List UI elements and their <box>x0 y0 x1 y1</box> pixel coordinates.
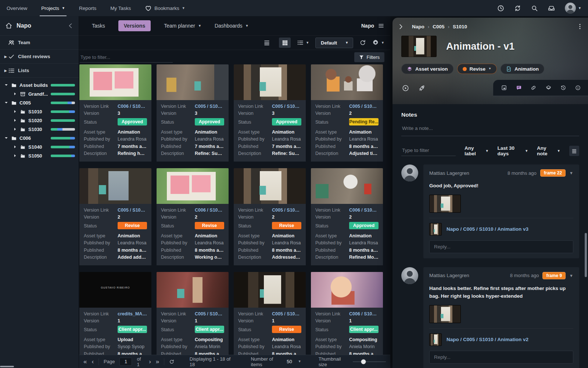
first-page-button[interactable]: « <box>83 358 87 365</box>
status-pill[interactable]: Revise <box>272 326 301 333</box>
expand-chevron-icon[interactable] <box>4 136 10 140</box>
version-link[interactable]: C005 / S1010 /... <box>195 311 224 316</box>
status-pill[interactable]: Approved <box>118 118 147 125</box>
expand-chevron-icon[interactable] <box>13 110 18 113</box>
inbox-icon[interactable] <box>548 5 555 12</box>
version-card[interactable]: Version LinkC005 / S1010 /... Version2 S… <box>79 168 151 265</box>
thumbnail-size-slider[interactable] <box>353 361 386 362</box>
note-author[interactable]: Mattias Lagergren <box>429 170 469 176</box>
collapse-note-chevron-icon[interactable]: ▼ <box>569 171 573 175</box>
version-thumbnail[interactable] <box>234 168 306 204</box>
status-pill[interactable]: Approved <box>349 222 379 229</box>
expand-chevron-icon[interactable] <box>13 154 18 158</box>
project-switcher[interactable]: Napo <box>361 22 384 29</box>
version-link[interactable]: C006 / S1050 /... <box>118 104 147 109</box>
status-pill[interactable]: Client appr... <box>118 326 147 333</box>
tree-node[interactable]: S1020 <box>0 116 79 125</box>
version-link[interactable]: C005 / S1030 /... <box>349 104 379 109</box>
version-link[interactable]: C005 / S1020 /... <box>195 104 224 109</box>
status-pill[interactable]: Client appr... <box>349 326 379 333</box>
version-card[interactable]: Version LinkC005 / S1010 /... Version1 S… <box>157 272 229 355</box>
collapse-note-chevron-icon[interactable]: ▼ <box>569 273 573 278</box>
settings-menu[interactable]: ▼ <box>372 39 384 46</box>
filters-button[interactable]: Filters <box>354 52 384 62</box>
note-link-thumbnail[interactable] <box>429 223 442 236</box>
slider-knob[interactable] <box>361 359 366 364</box>
play-icon[interactable] <box>402 85 409 92</box>
version-card[interactable]: Version LinkC005 / S1010 /... Version1 S… <box>234 272 306 355</box>
tab-dashboards[interactable]: Dashboards▼ <box>215 23 248 29</box>
collapse-panel-chevron-icon[interactable] <box>398 24 404 30</box>
version-thumbnail[interactable] <box>157 64 229 100</box>
asset-version-badge[interactable]: Asset version <box>401 64 453 74</box>
versions-tab-icon[interactable] <box>501 85 507 91</box>
notes-tab-icon[interactable] <box>516 85 521 91</box>
status-pill[interactable]: Pending Re... <box>349 118 379 125</box>
sidebar-item-client-reviews[interactable]: ▸ Client reviews <box>0 49 79 63</box>
history-tab-icon[interactable] <box>560 85 566 91</box>
sidebar-item-lists[interactable]: ▸ Lists <box>0 63 79 77</box>
date-range-select[interactable]: Last 30 days▼ <box>498 145 528 156</box>
breadcrumb-project[interactable]: Napo <box>412 24 424 29</box>
nav-reports[interactable]: Reports <box>79 0 96 16</box>
refresh-icon[interactable] <box>169 359 175 365</box>
tree-node[interactable]: C005 <box>0 98 79 107</box>
refresh-icon[interactable] <box>359 39 366 46</box>
last-page-button[interactable]: » <box>156 358 159 365</box>
version-thumbnail[interactable] <box>79 168 151 204</box>
notes-list-view-button[interactable] <box>569 146 579 156</box>
version-thumbnail[interactable] <box>311 64 383 100</box>
sidebar-item-team[interactable]: ▸ Team <box>0 35 79 49</box>
version-thumbnail[interactable] <box>234 272 306 308</box>
expand-chevron-icon[interactable] <box>4 83 10 87</box>
expand-chevron-icon[interactable] <box>13 92 18 96</box>
user-menu[interactable]: ▼ <box>565 3 581 14</box>
version-thumbnail[interactable] <box>311 272 383 308</box>
version-card[interactable]: Version LinkC006 / S1050 /... Version2 S… <box>157 168 229 265</box>
collapse-sidebar-icon[interactable] <box>68 23 74 29</box>
version-card[interactable]: Version LinkC006 / S1040 /... Version1 S… <box>311 272 383 355</box>
sync-icon[interactable] <box>514 5 521 12</box>
status-pill[interactable]: Approved <box>195 118 224 125</box>
write-note-input[interactable] <box>401 122 579 136</box>
version-link[interactable]: credits_MASTE... <box>118 311 147 316</box>
version-thumbnail[interactable] <box>157 272 229 308</box>
status-pill[interactable]: Client appr... <box>195 326 224 333</box>
version-card[interactable]: Version LinkC005 / S1020 /... Version3 S… <box>157 64 229 162</box>
status-badge[interactable]: Revise ▼ <box>457 64 497 74</box>
nav-bookmarks[interactable]: Bookmarks▼ <box>145 0 185 16</box>
version-link[interactable]: C006 / S1040 /... <box>349 311 379 316</box>
version-thumbnail[interactable]: GUSTAVO RIBEIRO <box>79 272 151 308</box>
tab-tasks[interactable]: Tasks <box>92 23 105 29</box>
info-tab-icon[interactable] <box>575 85 581 91</box>
previous-page-button[interactable]: ‹ <box>92 358 94 365</box>
task-type-badge[interactable]: Animation <box>501 64 544 74</box>
version-hero-thumbnail[interactable] <box>401 36 437 57</box>
expand-chevron-icon[interactable] <box>13 127 18 131</box>
version-card[interactable]: Version LinkC005 / S1010 /... Version3 S… <box>234 64 306 162</box>
nav-overview[interactable]: Overview <box>7 0 27 16</box>
expand-chevron-icon[interactable] <box>13 145 18 149</box>
items-per-page-select[interactable]: 50 <box>287 359 292 364</box>
version-link[interactable]: C005 / S1020 /... <box>272 208 301 213</box>
avatar[interactable] <box>565 3 576 14</box>
version-card[interactable]: Version LinkC005 / S1020 /... Version2 S… <box>234 168 306 265</box>
version-thumbnail[interactable] <box>157 168 229 204</box>
notes-filter-input[interactable] <box>401 146 456 156</box>
note-attachment-thumbnail[interactable] <box>429 305 461 323</box>
version-link[interactable]: C005 / S1010 /... <box>118 208 147 213</box>
breadcrumb-sequence[interactable]: C005 <box>433 24 444 29</box>
status-pill[interactable]: Revise <box>118 222 147 229</box>
tab-versions[interactable]: Versions <box>118 20 151 31</box>
tree-node[interactable]: S1050 <box>0 151 79 160</box>
note-author[interactable]: Mattias Lagergren <box>429 273 469 278</box>
list-view-button[interactable] <box>261 38 273 48</box>
expand-chevron-icon[interactable]: ▸ <box>0 68 8 73</box>
frame-badge[interactable]: frame 9 <box>542 272 566 279</box>
version-link[interactable]: C006 / S1040 /... <box>349 208 379 213</box>
grid-view-button[interactable] <box>279 38 291 48</box>
note-attachment-thumbnail[interactable] <box>429 195 461 213</box>
breadcrumb-shot[interactable]: S1010 <box>453 24 467 29</box>
tree-node[interactable]: S1030 <box>0 125 79 134</box>
horizontal-scrollbar[interactable] <box>0 366 14 367</box>
